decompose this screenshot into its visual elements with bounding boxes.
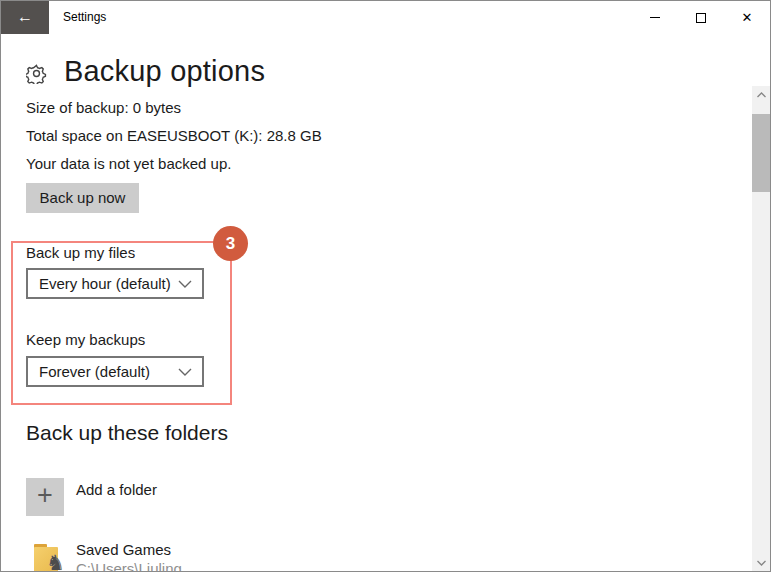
maximize-icon bbox=[696, 13, 706, 23]
close-icon: ✕ bbox=[742, 11, 753, 24]
back-arrow-icon: ← bbox=[17, 8, 33, 25]
folder-path: C:\Users\Liuling bbox=[76, 560, 182, 572]
chevron-down-icon bbox=[178, 367, 192, 377]
saved-games-folder-icon: ♞ bbox=[34, 544, 61, 572]
vertical-scrollbar[interactable] bbox=[752, 86, 770, 571]
chevron-down-icon bbox=[178, 279, 192, 289]
minimize-button[interactable] bbox=[632, 1, 678, 34]
folder-list-item[interactable]: ♞ Saved Games C:\Users\Liuling bbox=[1, 537, 741, 572]
annotation-step-badge: 3 bbox=[213, 226, 248, 261]
scroll-down-arrow-icon[interactable] bbox=[752, 554, 770, 571]
folders-section-title: Back up these folders bbox=[26, 421, 228, 445]
backup-retention-value: Forever (default) bbox=[39, 363, 150, 380]
add-folder-label[interactable]: Add a folder bbox=[76, 481, 157, 498]
gear-icon bbox=[26, 63, 47, 84]
backup-retention-label: Keep my backups bbox=[26, 331, 145, 348]
settings-window: ← Settings ✕ Backup options Size of back… bbox=[0, 0, 771, 572]
backup-frequency-value: Every hour (default) bbox=[39, 275, 171, 292]
scrollbar-thumb[interactable] bbox=[752, 114, 770, 192]
folder-name: Saved Games bbox=[76, 541, 171, 558]
page-title: Backup options bbox=[64, 55, 265, 88]
knight-icon: ♞ bbox=[46, 551, 65, 572]
back-button[interactable]: ← bbox=[1, 1, 49, 34]
backup-size-text: Size of backup: 0 bytes bbox=[26, 99, 181, 116]
close-button[interactable]: ✕ bbox=[724, 1, 770, 34]
scroll-up-arrow-icon[interactable] bbox=[752, 86, 770, 103]
backup-frequency-dropdown[interactable]: Every hour (default) bbox=[26, 268, 204, 299]
window-controls: ✕ bbox=[632, 1, 770, 34]
backup-status-text: Your data is not yet backed up. bbox=[26, 155, 231, 172]
window-title: Settings bbox=[63, 1, 106, 34]
minimize-icon bbox=[650, 17, 660, 18]
maximize-button[interactable] bbox=[678, 1, 724, 34]
backup-retention-dropdown[interactable]: Forever (default) bbox=[26, 356, 204, 387]
titlebar: ← Settings ✕ bbox=[1, 1, 770, 34]
plus-icon: + bbox=[37, 482, 53, 509]
add-folder-button[interactable]: + bbox=[26, 478, 64, 516]
back-up-now-button[interactable]: Back up now bbox=[26, 183, 139, 213]
total-space-text: Total space on EASEUSBOOT (K:): 28.8 GB bbox=[26, 127, 322, 144]
backup-frequency-label: Back up my files bbox=[26, 244, 135, 261]
